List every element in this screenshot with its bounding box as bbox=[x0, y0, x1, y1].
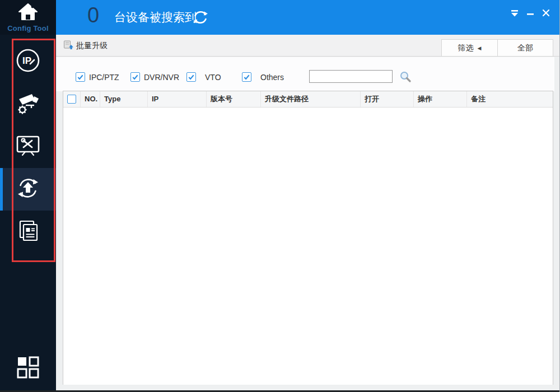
sidebar-item-modify-ip[interactable]: IP bbox=[0, 40, 56, 83]
all-button-label: 全部 bbox=[517, 43, 533, 53]
col-header-type: Type bbox=[100, 91, 148, 107]
title-bar: 0 台设备被搜索到 bbox=[56, 0, 560, 35]
search-input[interactable] bbox=[309, 70, 393, 83]
filter-label: Others bbox=[260, 73, 284, 82]
toolbar-button-group: 筛选 ◀ 全部 bbox=[441, 39, 553, 57]
camera-gear-icon bbox=[15, 90, 41, 119]
triangle-left-icon: ◀ bbox=[478, 45, 482, 51]
search-button[interactable] bbox=[399, 71, 412, 85]
filter-label: DVR/NVR bbox=[144, 73, 179, 82]
select-all-cell bbox=[63, 91, 81, 107]
tab-bar: 批量升级 筛选 ◀ 全部 bbox=[56, 35, 560, 57]
app-logo: Config Tool bbox=[0, 0, 56, 35]
config-tool-window: Config Tool IP bbox=[0, 0, 560, 392]
col-header-file-path: 升级文件路径 bbox=[261, 91, 361, 107]
filter-vto[interactable]: VTO bbox=[186, 72, 221, 82]
upload-refresh-icon bbox=[15, 175, 41, 204]
ip-edit-icon: IP bbox=[15, 47, 41, 76]
refresh-icon bbox=[192, 10, 209, 25]
all-button[interactable]: 全部 bbox=[497, 40, 553, 56]
col-header-ip: IP bbox=[148, 91, 207, 107]
grid-apps-icon bbox=[17, 356, 39, 381]
sidebar-item-system-settings[interactable] bbox=[0, 125, 56, 168]
filter-label: IPC/PTZ bbox=[89, 73, 119, 82]
home-icon bbox=[18, 3, 38, 23]
tab-batch-upgrade: 批量升级 bbox=[63, 35, 108, 57]
checkbox-checked-icon[interactable] bbox=[242, 72, 251, 82]
sidebar-item-device-config[interactable] bbox=[0, 83, 56, 125]
app-title: Config Tool bbox=[7, 24, 48, 32]
refresh-button[interactable] bbox=[192, 10, 209, 27]
filter-button[interactable]: 筛选 ◀ bbox=[442, 40, 497, 56]
filter-dvr-nvr[interactable]: DVR/NVR bbox=[130, 72, 179, 82]
minimize-button[interactable] bbox=[523, 6, 538, 20]
main-content: 批量升级 筛选 ◀ 全部 IPC/PTZ bbox=[56, 35, 560, 392]
table-header-row: NO. Type IP 版本号 升级文件路径 打开 操作 备注 bbox=[63, 91, 553, 108]
checkbox-checked-icon[interactable] bbox=[76, 72, 85, 82]
filter-ipc-ptz[interactable]: IPC/PTZ bbox=[76, 72, 119, 82]
selected-indicator bbox=[0, 168, 3, 211]
tab-title-label: 批量升级 bbox=[76, 41, 108, 51]
collapse-button[interactable] bbox=[507, 6, 522, 20]
filter-bar: IPC/PTZ DVR/NVR VTO Others bbox=[56, 57, 554, 91]
col-header-operate: 操作 bbox=[414, 91, 467, 107]
checkbox-checked-icon[interactable] bbox=[186, 72, 196, 82]
filter-button-label: 筛选 bbox=[458, 43, 474, 53]
document-icon bbox=[16, 218, 40, 245]
upgrade-table: NO. Type IP 版本号 升级文件路径 打开 操作 备注 bbox=[63, 91, 553, 385]
col-header-version: 版本号 bbox=[207, 91, 261, 107]
col-header-remark: 备注 bbox=[467, 91, 553, 107]
search-icon bbox=[399, 71, 412, 83]
close-button[interactable] bbox=[539, 6, 553, 20]
table-body-empty bbox=[63, 108, 553, 385]
device-count-label: 台设备被搜索到 bbox=[114, 10, 197, 25]
collapse-icon bbox=[510, 9, 519, 17]
close-icon bbox=[542, 8, 550, 17]
minimize-icon bbox=[526, 9, 534, 17]
select-all-checkbox[interactable] bbox=[67, 95, 76, 104]
checkbox-checked-icon[interactable] bbox=[130, 72, 140, 82]
sidebar: Config Tool IP bbox=[0, 0, 56, 392]
app-launcher-button[interactable] bbox=[0, 356, 56, 381]
filter-label: VTO bbox=[205, 73, 221, 82]
device-upload-icon bbox=[63, 40, 73, 52]
col-header-no: NO. bbox=[81, 91, 100, 107]
device-count: 0 bbox=[87, 3, 99, 27]
sidebar-item-device-info[interactable] bbox=[0, 211, 56, 253]
monitor-tools-icon bbox=[15, 132, 41, 161]
filter-others[interactable]: Others bbox=[242, 72, 284, 82]
sidebar-item-batch-upgrade[interactable] bbox=[0, 168, 56, 211]
col-header-open: 打开 bbox=[361, 91, 414, 107]
